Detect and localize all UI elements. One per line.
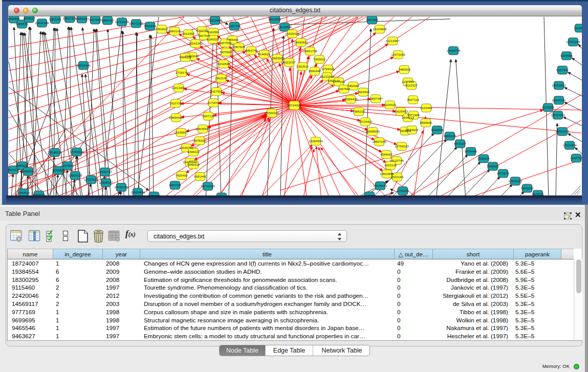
svg-text:10025453: 10025453 [394, 110, 408, 113]
svg-text:6879197: 6879197 [454, 142, 467, 145]
svg-text:1362615: 1362615 [296, 64, 309, 68]
svg-text:8215955: 8215955 [542, 105, 555, 109]
svg-text:9063521: 9063521 [33, 193, 46, 195]
svg-text:9571984: 9571984 [407, 113, 420, 117]
svg-text:6216021: 6216021 [384, 103, 397, 106]
svg-text:18724007: 18724007 [287, 103, 301, 107]
svg-text:12213967: 12213967 [385, 39, 400, 42]
svg-text:16120746: 16120746 [389, 159, 404, 162]
svg-text:16154808: 16154808 [373, 27, 387, 31]
svg-text:1112503: 1112503 [574, 26, 582, 30]
svg-text:7515526: 7515526 [144, 24, 157, 28]
svg-text:16210722: 16210722 [320, 75, 334, 78]
svg-text:10688609: 10688609 [365, 129, 380, 133]
svg-text:7986322: 7986322 [353, 110, 365, 113]
svg-text:9245652: 9245652 [521, 186, 534, 190]
svg-text:9327508: 9327508 [219, 41, 232, 45]
svg-text:9634923: 9634923 [406, 128, 419, 132]
svg-text:12505135: 12505135 [68, 173, 82, 177]
svg-text:1610755: 1610755 [169, 101, 182, 105]
svg-text:2367608: 2367608 [233, 45, 246, 49]
svg-text:9699695: 9699695 [420, 121, 432, 124]
svg-text:9084067: 9084067 [380, 152, 393, 156]
svg-text:9115460: 9115460 [420, 106, 432, 110]
svg-text:9457791: 9457791 [169, 183, 182, 187]
svg-text:8427552: 8427552 [210, 90, 223, 93]
svg-text:2522143: 2522143 [391, 175, 404, 179]
svg-text:7485003: 7485003 [398, 68, 411, 71]
svg-text:9660124: 9660124 [168, 29, 181, 33]
svg-text:13535594: 13535594 [195, 127, 210, 130]
svg-text:9146821: 9146821 [258, 52, 271, 56]
svg-text:20206576: 20206576 [48, 150, 62, 154]
svg-text:9227342: 9227342 [556, 68, 569, 72]
svg-text:2687682: 2687682 [366, 18, 379, 21]
svg-text:10975867: 10975867 [60, 164, 75, 167]
svg-text:10756923: 10756923 [395, 144, 409, 148]
svg-text:9160581: 9160581 [207, 30, 220, 34]
svg-text:8471676: 8471676 [497, 171, 510, 175]
svg-text:10719155: 10719155 [115, 20, 129, 24]
svg-text:10325419: 10325419 [285, 32, 299, 35]
svg-text:3267130: 3267130 [202, 114, 215, 118]
svg-text:9670211: 9670211 [532, 192, 544, 195]
svg-text:1297253: 1297253 [402, 80, 415, 83]
svg-text:5322751: 5322751 [196, 29, 209, 32]
svg-text:16671355: 16671355 [129, 21, 143, 25]
svg-text:17957225: 17957225 [84, 178, 98, 181]
svg-text:1250519: 1250519 [17, 191, 30, 194]
svg-text:3624554: 3624554 [357, 90, 370, 94]
svg-text:6497568: 6497568 [338, 87, 351, 91]
svg-text:9896122: 9896122 [179, 55, 192, 59]
svg-text:8990448: 8990448 [309, 69, 321, 73]
svg-text:19166827: 19166827 [174, 130, 188, 134]
svg-text:8678342: 8678342 [193, 139, 206, 142]
svg-text:7625402: 7625402 [176, 173, 188, 177]
svg-text:10958187: 10958187 [99, 181, 113, 184]
svg-text:5875685: 5875685 [220, 50, 233, 54]
svg-text:10654112: 10654112 [508, 179, 522, 183]
svg-text:12923468: 12923468 [130, 190, 145, 194]
svg-text:7632621: 7632621 [487, 164, 499, 168]
svg-text:17359924: 17359924 [70, 150, 84, 154]
svg-text:19218506: 19218506 [277, 25, 292, 29]
svg-text:1485061: 1485061 [22, 169, 35, 173]
svg-text:9670144: 9670144 [148, 194, 161, 195]
svg-text:7955812: 7955812 [313, 57, 326, 61]
svg-text:1691442: 1691442 [194, 174, 207, 178]
svg-text:1615132: 1615132 [384, 163, 397, 167]
svg-text:16210643: 16210643 [551, 113, 565, 117]
svg-text:7663822: 7663822 [156, 27, 168, 31]
svg-text:8454749: 8454749 [245, 49, 258, 52]
svg-text:1527602: 1527602 [89, 18, 102, 21]
svg-text:18807249: 18807249 [372, 140, 386, 143]
svg-text:26053346: 26053346 [76, 63, 91, 67]
svg-text:12342737: 12342737 [98, 170, 112, 173]
svg-text:2803144: 2803144 [215, 76, 228, 80]
svg-text:16543362: 16543362 [188, 41, 203, 45]
svg-text:8912954: 8912954 [182, 32, 195, 35]
svg-text:10653257: 10653257 [75, 17, 89, 20]
svg-text:1168753: 1168753 [570, 156, 582, 160]
svg-text:2935114: 2935114 [477, 157, 490, 160]
svg-text:15883520: 15883520 [270, 56, 285, 60]
svg-text:9777169: 9777169 [333, 80, 345, 83]
svg-text:8938923: 8938923 [444, 134, 456, 138]
svg-text:14136141: 14136141 [373, 184, 387, 187]
svg-text:9135752: 9135752 [363, 194, 376, 195]
svg-text:4170041: 4170041 [207, 101, 220, 104]
svg-text:1156829: 1156829 [52, 168, 64, 172]
svg-text:12213369: 12213369 [171, 86, 186, 90]
svg-text:16782759: 16782759 [114, 185, 128, 189]
svg-text:12444151: 12444151 [552, 98, 566, 102]
svg-text:15692971: 15692971 [555, 129, 570, 133]
svg-text:10046766: 10046766 [179, 146, 193, 149]
svg-text:16961758: 16961758 [303, 49, 317, 53]
svg-text:15720407: 15720407 [358, 120, 373, 123]
svg-text:1405571: 1405571 [16, 22, 29, 26]
svg-text:9242848: 9242848 [217, 62, 230, 65]
svg-text:9062341: 9062341 [49, 17, 62, 21]
svg-text:2718176: 2718176 [176, 71, 188, 74]
svg-text:17016504: 17016504 [562, 143, 577, 147]
svg-text:16640910: 16640910 [294, 40, 308, 44]
